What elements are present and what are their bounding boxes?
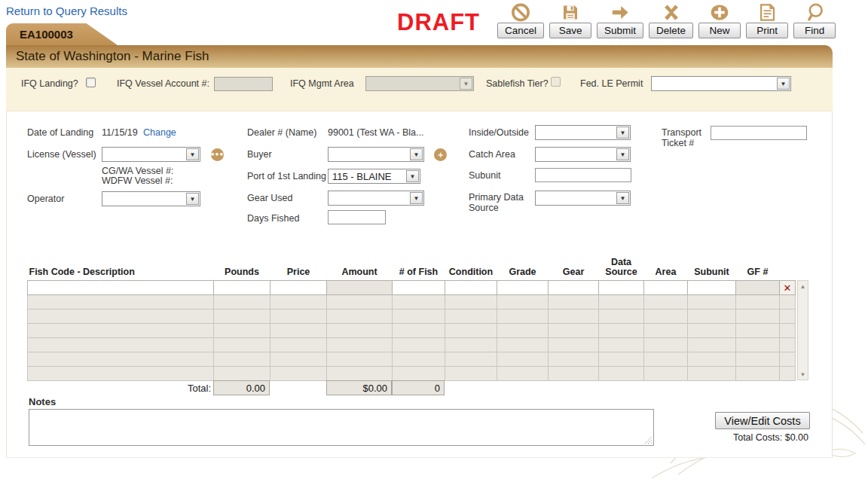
- transport-ticket-input[interactable]: [711, 126, 807, 140]
- scroll-down-icon[interactable]: ▼: [798, 369, 808, 380]
- table-cell[interactable]: [688, 280, 736, 294]
- table-cell: [736, 337, 780, 352]
- table-cell: [327, 352, 393, 366]
- notes-input[interactable]: [29, 409, 654, 446]
- table-cell: [780, 323, 796, 337]
- submit-button[interactable]: Submit: [597, 23, 643, 38]
- toolbar-item-delete: Delete: [649, 2, 693, 38]
- table-cell: [736, 366, 780, 380]
- table-cell: [28, 309, 214, 323]
- table-cell[interactable]: [497, 280, 549, 294]
- toolbar-item-print: Print: [746, 2, 788, 38]
- cancel-button[interactable]: Cancel: [497, 23, 544, 38]
- delete-button[interactable]: Delete: [649, 23, 693, 38]
- buyer-label: Buyer: [247, 149, 272, 160]
- catch-table-header: Fish Code - Description Pounds Price Amo…: [28, 255, 796, 280]
- table-cell: [393, 337, 445, 352]
- return-to-query-results-link[interactable]: Return to Query Results: [6, 5, 127, 17]
- table-row: [28, 337, 796, 352]
- table-cell: [270, 352, 327, 366]
- table-cell: [214, 323, 270, 337]
- table-cell: [549, 366, 599, 380]
- buyer-select[interactable]: ▼: [328, 147, 424, 162]
- days-fished-label: Days Fished: [247, 213, 299, 224]
- port-of-first-landing-label: Port of 1st Landing: [247, 171, 326, 181]
- total-amount: $0.00: [326, 380, 392, 395]
- operator-select[interactable]: ▼: [102, 191, 200, 206]
- table-cell[interactable]: [393, 280, 445, 294]
- table-cell: [688, 309, 736, 323]
- change-date-link[interactable]: Change: [143, 127, 176, 138]
- table-cell: [497, 309, 549, 323]
- new-button[interactable]: New: [698, 23, 741, 38]
- table-cell: [599, 337, 644, 352]
- col-amount: Amount: [327, 255, 393, 280]
- subunit-input[interactable]: [535, 168, 631, 182]
- table-cell[interactable]: [599, 280, 644, 294]
- catch-area-select[interactable]: ▼: [535, 147, 631, 162]
- table-cell: [736, 352, 780, 366]
- chevron-down-icon: ▼: [460, 78, 472, 90]
- save-button[interactable]: Save: [549, 23, 591, 38]
- ifq-vessel-account-label: IFQ Vessel Account #:: [117, 78, 209, 89]
- ifq-landing-checkbox[interactable]: [86, 78, 96, 87]
- total-num-fish: 0: [392, 380, 445, 395]
- delete-row-icon[interactable]: ✕: [784, 282, 792, 294]
- days-fished-input[interactable]: [328, 210, 386, 224]
- table-cell: [497, 352, 549, 366]
- ifq-mgmt-area-label: IFQ Mgmt Area: [290, 78, 354, 89]
- table-cell: [393, 294, 445, 309]
- gear-used-select[interactable]: ▼: [328, 191, 424, 206]
- inside-outside-select[interactable]: ▼: [535, 125, 631, 140]
- toolbar-item-submit: Submit: [597, 2, 643, 38]
- submit-icon: [610, 2, 631, 23]
- license-vessel-select[interactable]: ▼: [102, 147, 200, 162]
- view-edit-costs-button[interactable]: View/Edit Costs: [715, 412, 810, 429]
- table-cell: [327, 323, 393, 337]
- toolbar-item-new: New: [698, 2, 741, 38]
- primary-data-source-select[interactable]: ▼: [535, 191, 631, 206]
- total-costs-text: Total Costs: $0.00: [680, 432, 808, 443]
- table-cell: [445, 294, 497, 309]
- license-more-button[interactable]: ●●●: [211, 148, 224, 161]
- chevron-down-icon: ▼: [186, 148, 199, 160]
- col-pounds: Pounds: [214, 255, 270, 280]
- table-cell: [28, 294, 214, 309]
- table-cell: ✕: [780, 280, 796, 294]
- fed-le-permit-select[interactable]: ▼: [651, 76, 791, 91]
- table-cell[interactable]: [644, 280, 688, 294]
- col-price: Price: [270, 255, 327, 280]
- table-cell[interactable]: [270, 280, 327, 294]
- find-button[interactable]: Find: [793, 23, 836, 38]
- table-row: [28, 352, 796, 366]
- col-data-source: Data Source: [599, 255, 644, 280]
- scroll-up-icon[interactable]: ▲: [798, 281, 808, 291]
- print-button[interactable]: Print: [746, 23, 788, 38]
- table-cell: [497, 294, 549, 309]
- find-icon: [804, 2, 825, 23]
- table-row: ✕: [28, 280, 796, 294]
- table-cell: [549, 309, 599, 323]
- table-cell[interactable]: [28, 280, 214, 294]
- table-cell: [644, 337, 688, 352]
- table-cell: [688, 366, 736, 380]
- table-cell[interactable]: [549, 280, 599, 294]
- ifq-mgmt-area-select: ▼: [365, 76, 474, 91]
- ticket-tab[interactable]: EA100003: [6, 23, 118, 45]
- catch-table-scrollbar[interactable]: ▲ ▼: [797, 280, 808, 380]
- toolbar-item-save: Save: [549, 2, 591, 38]
- table-cell: [327, 294, 393, 309]
- table-row: [28, 323, 796, 337]
- table-cell: [497, 366, 549, 380]
- chevron-down-icon: ▼: [616, 192, 629, 204]
- table-cell: [599, 352, 644, 366]
- table-cell: [327, 366, 393, 380]
- table-cell[interactable]: [214, 280, 270, 294]
- table-cell: [214, 337, 270, 352]
- fish-ticket-page: Return to Query Results DRAFT Cancel Sav…: [0, 0, 868, 488]
- draft-status-label: DRAFT: [397, 9, 480, 36]
- inside-outside-label: Inside/Outside: [469, 127, 529, 138]
- add-buyer-button[interactable]: ＋: [434, 148, 447, 161]
- port-of-first-landing-select[interactable]: 115 - BLAINE ▼: [328, 169, 420, 184]
- table-cell[interactable]: [445, 280, 497, 294]
